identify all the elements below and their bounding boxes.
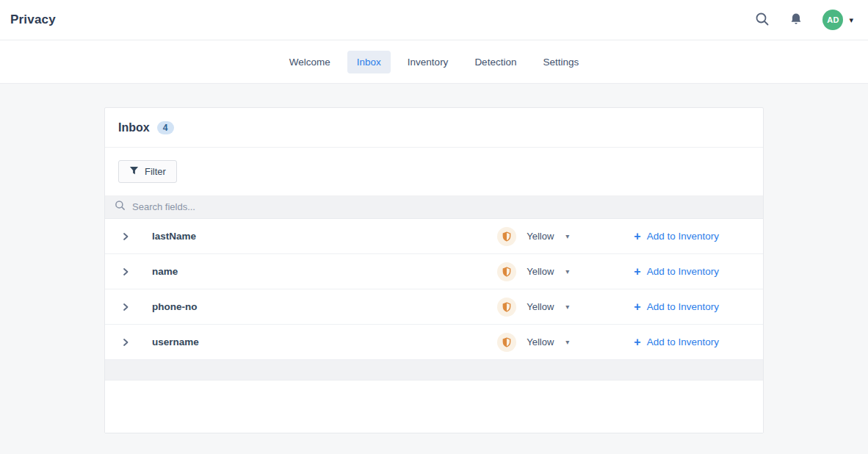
header-actions: AD ▾ xyxy=(755,10,858,30)
shield-icon xyxy=(497,333,516,352)
filter-button-label: Filter xyxy=(145,166,166,177)
search-icon xyxy=(755,12,770,29)
table-row[interactable]: username Yellow ▾ + Add to Inventory xyxy=(105,325,763,360)
table-footer-strip xyxy=(105,360,763,381)
chevron-right-icon[interactable] xyxy=(121,266,133,278)
inbox-title: Inbox xyxy=(118,121,150,134)
table-row[interactable]: name Yellow ▾ + Add to Inventory xyxy=(105,254,763,289)
plus-icon: + xyxy=(634,231,640,242)
add-to-inventory-button[interactable]: + Add to Inventory xyxy=(634,231,719,242)
notifications-button[interactable] xyxy=(789,12,803,29)
add-to-inventory-label: Add to Inventory xyxy=(647,231,719,242)
field-name: lastName xyxy=(152,231,497,242)
shield-icon xyxy=(497,262,516,281)
funnel-icon xyxy=(129,166,139,178)
user-menu-caret-icon[interactable]: ▾ xyxy=(849,16,853,24)
caret-down-icon: ▾ xyxy=(565,339,569,346)
field-name: phone-no xyxy=(152,301,497,312)
tab-inventory[interactable]: Inventory xyxy=(398,51,458,73)
classification-value: Yellow xyxy=(527,336,554,347)
avatar[interactable]: AD xyxy=(822,10,843,30)
tab-welcome[interactable]: Welcome xyxy=(280,51,340,73)
caret-down-icon: ▾ xyxy=(565,268,569,275)
table-row[interactable]: lastName Yellow ▾ + Add to Inventory xyxy=(105,219,763,254)
bell-icon xyxy=(789,12,803,29)
chevron-right-icon[interactable] xyxy=(121,336,133,348)
plus-icon: + xyxy=(634,336,640,348)
inbox-card: Inbox 4 Filter lastName Yellow ▾ xyxy=(104,107,764,433)
add-to-inventory-label: Add to Inventory xyxy=(647,336,719,347)
add-to-inventory-label: Add to Inventory xyxy=(647,301,719,312)
classification-value: Yellow xyxy=(527,231,554,242)
main-nav: Welcome Inbox Inventory Detection Settin… xyxy=(0,40,868,84)
classification-group: Yellow ▾ xyxy=(497,262,569,281)
plus-icon: + xyxy=(634,266,640,278)
classification-value: Yellow xyxy=(527,266,554,277)
field-name: name xyxy=(152,266,497,277)
app-title: Privacy xyxy=(10,12,56,27)
tab-inbox[interactable]: Inbox xyxy=(347,51,391,73)
classification-group: Yellow ▾ xyxy=(497,227,569,246)
classification-dropdown[interactable]: Yellow ▾ xyxy=(527,301,569,312)
table-row[interactable]: phone-no Yellow ▾ + Add to Inventory xyxy=(105,289,763,325)
classification-dropdown[interactable]: Yellow ▾ xyxy=(527,266,569,277)
filter-toolbar: Filter xyxy=(105,148,763,195)
inbox-card-header: Inbox 4 xyxy=(105,108,763,148)
classification-dropdown[interactable]: Yellow ▾ xyxy=(527,336,569,347)
tab-detection[interactable]: Detection xyxy=(465,51,526,73)
user-menu[interactable]: AD ▾ xyxy=(822,10,853,30)
search-button[interactable] xyxy=(755,12,770,29)
search-bar xyxy=(105,195,763,219)
shield-icon xyxy=(497,298,516,317)
add-to-inventory-button[interactable]: + Add to Inventory xyxy=(634,336,719,348)
classification-group: Yellow ▾ xyxy=(497,333,569,352)
tab-settings[interactable]: Settings xyxy=(533,51,588,73)
caret-down-icon: ▾ xyxy=(565,303,569,311)
add-to-inventory-label: Add to Inventory xyxy=(647,266,719,277)
add-to-inventory-button[interactable]: + Add to Inventory xyxy=(634,301,719,313)
chevron-right-icon[interactable] xyxy=(121,301,133,313)
app-header: Privacy AD ▾ xyxy=(0,0,868,40)
classification-dropdown[interactable]: Yellow ▾ xyxy=(527,231,569,242)
classification-value: Yellow xyxy=(527,301,554,312)
search-icon xyxy=(115,200,126,214)
caret-down-icon: ▾ xyxy=(565,233,569,240)
add-to-inventory-button[interactable]: + Add to Inventory xyxy=(634,266,719,278)
classification-group: Yellow ▾ xyxy=(497,298,569,317)
field-name: username xyxy=(152,336,497,347)
plus-icon: + xyxy=(634,301,640,313)
search-fields-input[interactable] xyxy=(132,201,753,212)
inbox-count-badge: 4 xyxy=(157,121,174,134)
filter-button[interactable]: Filter xyxy=(118,160,177,183)
chevron-right-icon[interactable] xyxy=(121,231,133,242)
shield-icon xyxy=(497,227,516,246)
card-footer xyxy=(105,381,763,433)
